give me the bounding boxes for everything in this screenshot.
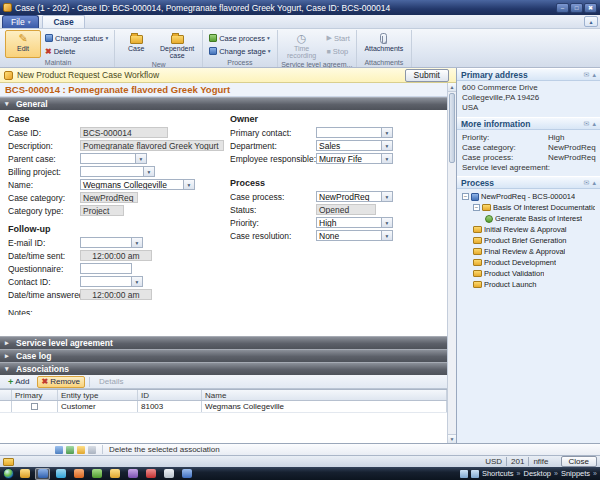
collapse-panel-icon[interactable]: ▴ (592, 120, 596, 128)
taskbar-app-icon-8[interactable] (143, 468, 158, 480)
employee-responsible-field[interactable]: Murray Fife (316, 153, 382, 164)
name-field[interactable]: Wegmans Collegeville (80, 179, 184, 190)
scroll-down-icon[interactable]: ▼ (448, 434, 456, 443)
case-process-dropdown-icon[interactable]: ▾ (382, 191, 393, 202)
status-field[interactable]: Opened (316, 204, 376, 215)
scroll-up-icon[interactable]: ▲ (448, 83, 456, 92)
row-selector[interactable] (0, 401, 12, 412)
column-header-entity-type[interactable]: Entity type (58, 390, 138, 400)
tab-case[interactable]: Case (42, 15, 84, 28)
tree-collapse-icon[interactable]: − (473, 204, 480, 211)
tree-collapse-icon[interactable]: − (462, 193, 469, 200)
column-header-name[interactable]: Name (202, 390, 447, 400)
category-type-field[interactable]: Project (80, 205, 124, 216)
section-header-case-log[interactable]: ▸ Case log (0, 349, 447, 362)
close-button[interactable]: Close (561, 456, 597, 467)
tree-item[interactable]: Initial Review & Approval (462, 224, 595, 235)
employee-responsible-dropdown-icon[interactable]: ▾ (382, 153, 393, 164)
chevron-icon[interactable]: » (517, 470, 521, 477)
taskbar-app-icon-2[interactable] (35, 468, 50, 480)
notes-field[interactable] (8, 315, 441, 333)
add-button[interactable]: + Add (3, 376, 35, 388)
column-header-id[interactable]: ID (138, 390, 202, 400)
contact-id-dropdown-icon[interactable]: ▾ (132, 276, 143, 287)
minimize-button[interactable]: – (556, 3, 569, 13)
chevron-icon[interactable]: » (554, 470, 558, 477)
vertical-scrollbar[interactable]: ▲ ▼ (447, 83, 456, 443)
taskbar-app-icon-10[interactable] (179, 468, 194, 480)
description-field[interactable]: Pomegranate flavored Greek Yogurt (80, 140, 224, 151)
priority-field[interactable]: High (316, 217, 382, 228)
change-status-button[interactable]: Change status ▾ (42, 32, 111, 44)
taskbar-app-icon-7[interactable] (125, 468, 140, 480)
tree-item[interactable]: Final Review & Approval (462, 246, 595, 257)
case-process-field[interactable]: NewProdReq (316, 191, 382, 202)
primary-checkbox[interactable] (31, 403, 38, 410)
ribbon-toggle-icon[interactable]: ▴ (584, 16, 598, 27)
priority-dropdown-icon[interactable]: ▾ (382, 217, 393, 228)
billing-project-dropdown-icon[interactable]: ▾ (144, 166, 155, 177)
case-process-button[interactable]: Case process ▾ (206, 32, 273, 44)
change-stage-button[interactable]: Change stage ▾ (206, 45, 273, 57)
department-field[interactable]: Sales (316, 140, 382, 151)
maximize-button[interactable]: □ (570, 3, 583, 13)
tree-item[interactable]: Product Launch (462, 279, 595, 290)
primary-contact-field[interactable] (316, 127, 382, 138)
scrollbar-thumb[interactable] (449, 93, 455, 163)
billing-project-field[interactable] (80, 166, 144, 177)
file-menu-button[interactable]: File ▾ (2, 15, 39, 28)
edit-button[interactable]: ✎ Edit (5, 30, 41, 58)
panel-header-more-information[interactable]: More information ✉ ▴ (457, 117, 600, 130)
section-header-sla[interactable]: ▸ Service level agreement (0, 336, 447, 349)
case-id-field[interactable]: BCS-000014 (80, 127, 168, 138)
tree-item[interactable]: Product Development (462, 257, 595, 268)
taskbar-app-icon-1[interactable] (17, 468, 32, 480)
chevron-icon[interactable]: » (593, 470, 597, 477)
datetime-sent-field[interactable]: 12:00:00 am (80, 250, 152, 261)
name-dropdown-icon[interactable]: ▾ (184, 179, 195, 190)
taskbar-app-icon-5[interactable] (89, 468, 104, 480)
tray-icon-2[interactable] (471, 470, 479, 478)
mail-icon[interactable]: ✉ (584, 71, 590, 79)
tree-item[interactable]: Generate Basis of Interest (462, 213, 595, 224)
tree-item[interactable]: Product Brief Generation (462, 235, 595, 246)
taskbar-app-icon-6[interactable] (107, 468, 122, 480)
start-button[interactable] (3, 468, 14, 479)
mail-icon[interactable]: ✉ (584, 120, 590, 128)
primary-contact-dropdown-icon[interactable]: ▾ (382, 127, 393, 138)
toolbar-desktop[interactable]: Desktop (523, 469, 551, 478)
new-case-button[interactable]: Case (118, 30, 154, 60)
close-window-button[interactable]: ✖ (584, 3, 597, 13)
taskbar-app-icon-4[interactable] (71, 468, 86, 480)
questionnaire-field[interactable] (80, 263, 132, 274)
email-id-dropdown-icon[interactable]: ▾ (132, 237, 143, 248)
dependent-case-button[interactable]: Dependent case (155, 30, 199, 60)
case-resolution-field[interactable]: None (316, 230, 382, 241)
mail-icon[interactable]: ✉ (584, 179, 590, 187)
toolbar-shortcuts[interactable]: Shortcuts (482, 469, 514, 478)
attachments-button[interactable]: Attachments (360, 30, 408, 58)
panel-header-primary-address[interactable]: Primary address ✉ ▴ (457, 68, 600, 81)
table-row[interactable]: Customer 81003 Wegmans Collegeville (0, 401, 447, 413)
tree-root[interactable]: − NewProdReq - BCS-000014 (462, 191, 595, 202)
stop-button[interactable]: ■ Stop (324, 45, 353, 57)
details-button[interactable]: Details (94, 376, 128, 388)
datetime-answered-field[interactable]: 12:00:00 am (80, 289, 152, 300)
section-header-associations[interactable]: ▾ Associations (0, 362, 447, 375)
toolbar-snippets[interactable]: Snippets (561, 469, 590, 478)
delete-button[interactable]: ✖ Delete (42, 45, 111, 57)
department-dropdown-icon[interactable]: ▾ (382, 140, 393, 151)
collapse-panel-icon[interactable]: ▴ (592, 179, 596, 187)
contact-id-field[interactable] (80, 276, 132, 287)
start-button[interactable]: ▶ Start (324, 32, 353, 44)
case-category-field[interactable]: NewProdReq (80, 192, 138, 203)
taskbar-app-icon-9[interactable] (161, 468, 176, 480)
tray-icon-1[interactable] (460, 470, 468, 478)
collapse-panel-icon[interactable]: ▴ (592, 71, 596, 79)
taskbar-app-icon-3[interactable] (53, 468, 68, 480)
parent-case-dropdown-icon[interactable]: ▾ (136, 153, 147, 164)
case-resolution-dropdown-icon[interactable]: ▾ (382, 230, 393, 241)
remove-button[interactable]: ✖ Remove (37, 376, 86, 388)
column-header-primary[interactable]: Primary (12, 390, 58, 400)
panel-header-process[interactable]: Process ✉ ▴ (457, 176, 600, 189)
